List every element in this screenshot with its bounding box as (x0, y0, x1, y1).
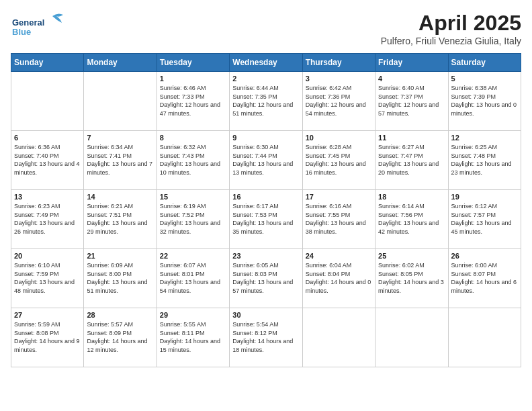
calendar-cell: 30Sunrise: 5:54 AM Sunset: 8:12 PM Dayli… (230, 308, 302, 367)
day-number: 23 (232, 252, 299, 260)
calendar-cell: 28Sunrise: 5:57 AM Sunset: 8:09 PM Dayli… (84, 308, 157, 367)
header: General Blue April 2025 Pulfero, Friuli … (11, 11, 521, 46)
day-number: 20 (14, 252, 81, 260)
day-number: 22 (160, 252, 226, 260)
day-info: Sunrise: 5:54 AM Sunset: 8:12 PM Dayligh… (232, 320, 299, 354)
day-number: 10 (306, 134, 372, 142)
calendar-cell: 26Sunrise: 6:00 AM Sunset: 8:07 PM Dayli… (448, 249, 521, 308)
day-info: Sunrise: 6:25 AM Sunset: 7:48 PM Dayligh… (451, 143, 518, 177)
calendar-cell: 16Sunrise: 6:17 AM Sunset: 7:53 PM Dayli… (230, 190, 302, 249)
day-number: 8 (160, 134, 226, 142)
day-info: Sunrise: 6:36 AM Sunset: 7:40 PM Dayligh… (14, 143, 81, 177)
day-info: Sunrise: 6:00 AM Sunset: 8:07 PM Dayligh… (451, 261, 518, 295)
day-info: Sunrise: 6:19 AM Sunset: 7:52 PM Dayligh… (160, 202, 226, 236)
calendar-cell (375, 308, 448, 367)
page: General Blue April 2025 Pulfero, Friuli … (0, 0, 532, 411)
weekday-header-saturday: Saturday (448, 54, 521, 72)
calendar-week-3: 20Sunrise: 6:10 AM Sunset: 7:59 PM Dayli… (11, 249, 521, 308)
calendar-cell: 25Sunrise: 6:02 AM Sunset: 8:05 PM Dayli… (375, 249, 448, 308)
day-number: 24 (306, 252, 372, 260)
day-number: 9 (232, 134, 299, 142)
calendar-cell: 29Sunrise: 5:55 AM Sunset: 8:11 PM Dayli… (157, 308, 229, 367)
calendar-week-4: 27Sunrise: 5:59 AM Sunset: 8:08 PM Dayli… (11, 308, 521, 367)
day-number: 29 (160, 311, 226, 319)
day-info: Sunrise: 6:40 AM Sunset: 7:37 PM Dayligh… (378, 84, 445, 118)
day-number: 7 (87, 134, 153, 142)
calendar-cell: 21Sunrise: 6:09 AM Sunset: 8:00 PM Dayli… (84, 249, 157, 308)
calendar-cell: 11Sunrise: 6:27 AM Sunset: 7:47 PM Dayli… (375, 131, 448, 190)
calendar-table: SundayMondayTuesdayWednesdayThursdayFrid… (11, 53, 521, 367)
day-number: 21 (87, 252, 153, 260)
calendar-cell: 1Sunrise: 6:46 AM Sunset: 7:33 PM Daylig… (157, 72, 229, 131)
day-number: 30 (232, 311, 299, 319)
day-number: 27 (14, 311, 81, 319)
calendar-cell (84, 72, 157, 131)
calendar-cell: 23Sunrise: 6:05 AM Sunset: 8:03 PM Dayli… (230, 249, 302, 308)
calendar-cell: 17Sunrise: 6:16 AM Sunset: 7:55 PM Dayli… (302, 190, 375, 249)
calendar-cell: 22Sunrise: 6:07 AM Sunset: 8:01 PM Dayli… (157, 249, 229, 308)
weekday-header-tuesday: Tuesday (157, 54, 229, 72)
logo: General Blue (11, 11, 71, 38)
weekday-header-row: SundayMondayTuesdayWednesdayThursdayFrid… (11, 54, 521, 72)
day-number: 17 (306, 193, 372, 201)
calendar-cell: 20Sunrise: 6:10 AM Sunset: 7:59 PM Dayli… (11, 249, 84, 308)
day-info: Sunrise: 6:34 AM Sunset: 7:41 PM Dayligh… (87, 143, 153, 177)
day-info: Sunrise: 6:09 AM Sunset: 8:00 PM Dayligh… (87, 261, 153, 295)
day-number: 15 (160, 193, 226, 201)
day-info: Sunrise: 6:44 AM Sunset: 7:35 PM Dayligh… (232, 84, 299, 118)
weekday-header-friday: Friday (375, 54, 448, 72)
day-number: 28 (87, 311, 153, 319)
day-number: 13 (14, 193, 81, 201)
day-info: Sunrise: 6:17 AM Sunset: 7:53 PM Dayligh… (232, 202, 299, 236)
svg-text:Blue: Blue (12, 27, 31, 37)
month-title: April 2025 (381, 11, 521, 36)
day-number: 16 (232, 193, 299, 201)
calendar-cell: 13Sunrise: 6:23 AM Sunset: 7:49 PM Dayli… (11, 190, 84, 249)
day-info: Sunrise: 5:57 AM Sunset: 8:09 PM Dayligh… (87, 320, 153, 354)
logo-svg: General Blue (11, 11, 71, 38)
calendar-cell: 14Sunrise: 6:21 AM Sunset: 7:51 PM Dayli… (84, 190, 157, 249)
day-number: 26 (451, 252, 518, 260)
calendar-cell: 10Sunrise: 6:28 AM Sunset: 7:45 PM Dayli… (302, 131, 375, 190)
day-info: Sunrise: 6:32 AM Sunset: 7:43 PM Dayligh… (160, 143, 226, 177)
day-info: Sunrise: 6:16 AM Sunset: 7:55 PM Dayligh… (306, 202, 372, 236)
calendar-cell (11, 72, 84, 131)
day-info: Sunrise: 6:12 AM Sunset: 7:57 PM Dayligh… (451, 202, 518, 236)
calendar-cell: 8Sunrise: 6:32 AM Sunset: 7:43 PM Daylig… (157, 131, 229, 190)
day-info: Sunrise: 6:14 AM Sunset: 7:56 PM Dayligh… (378, 202, 445, 236)
day-info: Sunrise: 5:59 AM Sunset: 8:08 PM Dayligh… (14, 320, 81, 354)
calendar-cell (302, 308, 375, 367)
calendar-week-2: 13Sunrise: 6:23 AM Sunset: 7:49 PM Dayli… (11, 190, 521, 249)
day-info: Sunrise: 6:38 AM Sunset: 7:39 PM Dayligh… (451, 84, 518, 118)
day-info: Sunrise: 6:07 AM Sunset: 8:01 PM Dayligh… (160, 261, 226, 295)
calendar-cell: 3Sunrise: 6:42 AM Sunset: 7:36 PM Daylig… (302, 72, 375, 131)
calendar-cell: 15Sunrise: 6:19 AM Sunset: 7:52 PM Dayli… (157, 190, 229, 249)
day-info: Sunrise: 6:30 AM Sunset: 7:44 PM Dayligh… (232, 143, 299, 177)
day-info: Sunrise: 6:21 AM Sunset: 7:51 PM Dayligh… (87, 202, 153, 236)
day-info: Sunrise: 6:05 AM Sunset: 8:03 PM Dayligh… (232, 261, 299, 295)
day-number: 18 (378, 193, 445, 201)
calendar-cell: 24Sunrise: 6:04 AM Sunset: 8:04 PM Dayli… (302, 249, 375, 308)
calendar-cell: 9Sunrise: 6:30 AM Sunset: 7:44 PM Daylig… (230, 131, 302, 190)
day-number: 12 (451, 134, 518, 142)
day-number: 11 (378, 134, 445, 142)
day-info: Sunrise: 6:10 AM Sunset: 7:59 PM Dayligh… (14, 261, 81, 295)
calendar-cell (448, 308, 521, 367)
calendar-cell: 6Sunrise: 6:36 AM Sunset: 7:40 PM Daylig… (11, 131, 84, 190)
day-info: Sunrise: 6:42 AM Sunset: 7:36 PM Dayligh… (306, 84, 372, 118)
day-number: 25 (378, 252, 445, 260)
calendar-cell: 5Sunrise: 6:38 AM Sunset: 7:39 PM Daylig… (448, 72, 521, 131)
weekday-header-sunday: Sunday (11, 54, 84, 72)
calendar-week-0: 1Sunrise: 6:46 AM Sunset: 7:33 PM Daylig… (11, 72, 521, 131)
day-info: Sunrise: 6:46 AM Sunset: 7:33 PM Dayligh… (160, 84, 226, 118)
day-info: Sunrise: 6:27 AM Sunset: 7:47 PM Dayligh… (378, 143, 445, 177)
calendar-week-1: 6Sunrise: 6:36 AM Sunset: 7:40 PM Daylig… (11, 131, 521, 190)
weekday-header-monday: Monday (84, 54, 157, 72)
day-info: Sunrise: 6:28 AM Sunset: 7:45 PM Dayligh… (306, 143, 372, 177)
calendar-cell: 7Sunrise: 6:34 AM Sunset: 7:41 PM Daylig… (84, 131, 157, 190)
calendar-cell: 12Sunrise: 6:25 AM Sunset: 7:48 PM Dayli… (448, 131, 521, 190)
day-number: 4 (378, 75, 445, 83)
day-number: 1 (160, 75, 226, 83)
subtitle: Pulfero, Friuli Venezia Giulia, Italy (381, 36, 521, 46)
title-area: April 2025 Pulfero, Friuli Venezia Giuli… (381, 11, 521, 46)
